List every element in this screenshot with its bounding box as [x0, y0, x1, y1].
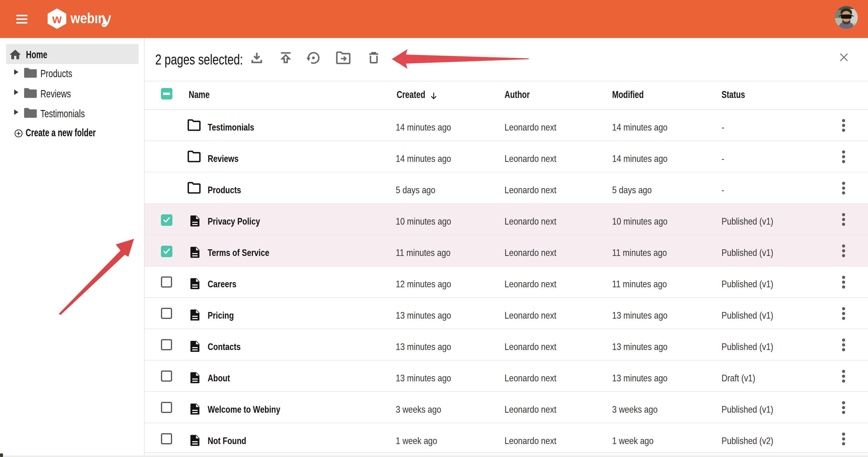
svg-text:w: w: [52, 12, 62, 26]
